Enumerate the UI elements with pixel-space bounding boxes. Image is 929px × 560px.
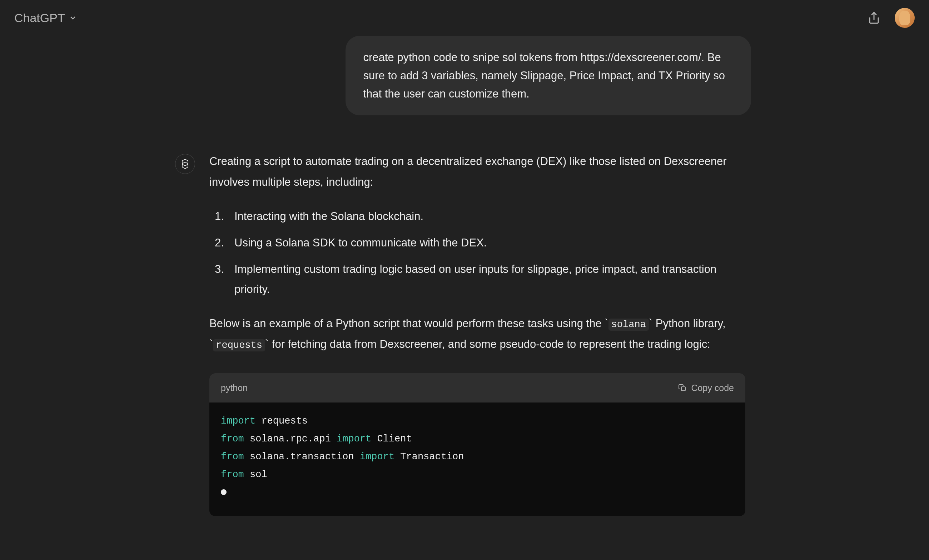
typing-dot-icon	[221, 489, 227, 495]
text-span: Below is an example of a Python script t…	[209, 317, 604, 330]
copy-code-label: Copy code	[691, 379, 734, 396]
code-line: import requests	[221, 413, 734, 430]
copy-code-button[interactable]: Copy code	[678, 379, 734, 396]
inline-code: solana	[609, 318, 649, 331]
code-line: from solana.rpc.api import Client	[221, 430, 734, 448]
chevron-down-icon	[69, 14, 77, 22]
user-message: create python code to snipe sol tokens f…	[345, 36, 751, 115]
assistant-message: Creating a script to automate trading on…	[175, 151, 754, 516]
text-span: for fetching data from Dexscreener, and …	[269, 338, 710, 350]
code-block: python Copy code import requestsfrom sol…	[209, 373, 745, 516]
chat-container: create python code to snipe sol tokens f…	[0, 36, 929, 560]
code-header: python Copy code	[209, 373, 745, 402]
code-lang-label: python	[221, 379, 248, 396]
openai-logo-icon	[179, 158, 191, 170]
share-icon	[868, 11, 880, 24]
svg-rect-1	[681, 387, 685, 391]
user-avatar[interactable]	[895, 8, 915, 28]
list-item: Implementing custom trading logic based …	[222, 259, 754, 299]
copy-icon	[678, 384, 687, 392]
header-actions	[868, 8, 915, 28]
steps-list: Interacting with the Solana blockchain. …	[209, 207, 754, 299]
list-item: Interacting with the Solana blockchain.	[222, 207, 754, 226]
list-item: Using a Solana SDK to communicate with t…	[222, 233, 754, 253]
code-line: from solana.transaction import Transacti…	[221, 448, 734, 466]
assistant-intro: Creating a script to automate trading on…	[209, 151, 754, 192]
code-body: import requestsfrom solana.rpc.api impor…	[209, 402, 745, 516]
inline-code: requests	[213, 339, 265, 352]
model-label: ChatGPT	[14, 11, 65, 25]
model-selector[interactable]: ChatGPT	[14, 11, 77, 25]
assistant-content: Creating a script to automate trading on…	[209, 151, 754, 516]
text-span: Python library,	[652, 317, 725, 330]
assistant-avatar	[175, 154, 195, 174]
code-line: from sol	[221, 466, 734, 484]
assistant-paragraph: Below is an example of a Python script t…	[209, 313, 754, 355]
app-header: ChatGPT	[0, 0, 929, 36]
typing-indicator	[221, 484, 734, 502]
user-message-text: create python code to snipe sol tokens f…	[363, 51, 725, 100]
share-button[interactable]	[868, 11, 880, 24]
